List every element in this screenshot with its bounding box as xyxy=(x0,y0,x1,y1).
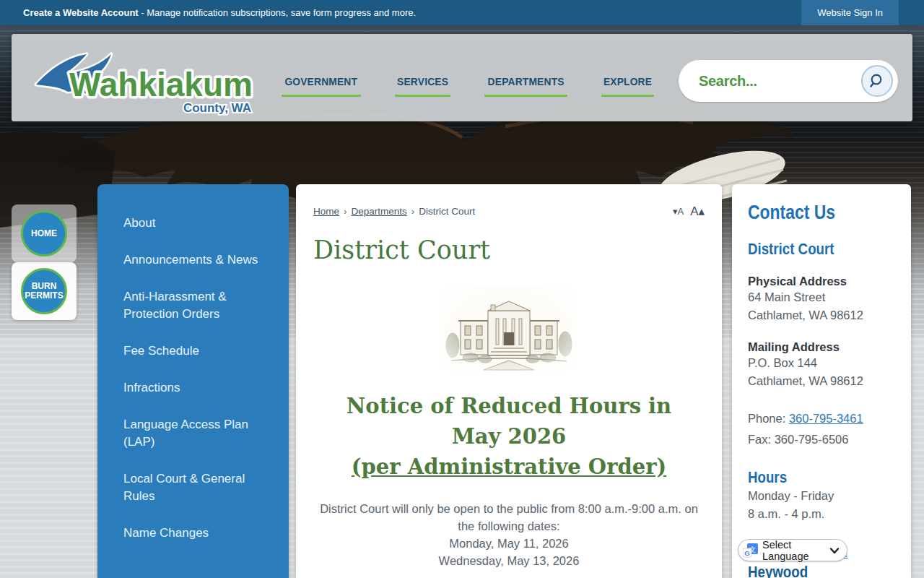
sidebar-item-fee-schedule[interactable]: Fee Schedule xyxy=(123,342,271,360)
main-content-panel: Home›Departments›District Court ▾A A▴ Di… xyxy=(296,184,722,578)
quick-link-card-home: HOME xyxy=(12,204,77,262)
judge-surname-heading: Heywood xyxy=(748,563,808,578)
sidebar-item-name-changes[interactable]: Name Changes xyxy=(123,525,271,542)
google-translate-icon: 文 G xyxy=(743,543,758,558)
create-account-label: Create a Website Account xyxy=(23,7,139,18)
contact-panel: Contact Us District Court Physical Addre… xyxy=(732,184,911,578)
physical-address-label: Physical Address xyxy=(748,275,911,288)
font-size-controls: ▾A A▴ xyxy=(673,204,705,219)
svg-text:G: G xyxy=(744,548,749,556)
notice-body: District Court will only be open to the … xyxy=(296,500,722,569)
nav-services[interactable]: SERVICES xyxy=(395,75,450,97)
breadcrumb-separator: › xyxy=(344,206,347,217)
nav-government[interactable]: GOVERNMENT xyxy=(282,75,361,97)
notice-heading: Notice of Reduced Hours in May 2026 (per… xyxy=(296,391,722,482)
fax-row: Fax: 360-795-6506 xyxy=(748,431,911,449)
phone-label: Phone: xyxy=(748,412,789,425)
mailing-address-label: Mailing Address xyxy=(748,340,911,354)
home-circle-button[interactable]: HOME xyxy=(21,210,67,256)
utility-bar: Create a Website Account - Manage notifi… xyxy=(0,0,924,25)
hours-line: Monday - Friday xyxy=(748,487,911,505)
account-benefits-text: - Manage notification subscriptions, sav… xyxy=(139,7,416,18)
burn-permits-circle-button[interactable]: BURN PERMITS xyxy=(21,268,67,314)
section-menu: About Announcements & News Anti-Harassme… xyxy=(97,184,289,578)
sidebar-item-anti-harassment[interactable]: Anti-Harassment & Protection Orders xyxy=(123,288,271,323)
breadcrumb-current: District Court xyxy=(419,206,475,217)
chevron-down-icon xyxy=(829,546,840,555)
phone-row: Phone: 360-795-3461 xyxy=(748,410,911,428)
sidebar-item-announcements-news[interactable]: Announcements & News xyxy=(123,251,271,269)
site-header: Wahkiakum County, WA GOVERNMENT SERVICES… xyxy=(12,34,912,121)
notice-line-1: Notice of Reduced Hours in xyxy=(296,391,722,421)
body-line: Wednesday, May 13, 2026 xyxy=(296,552,722,569)
hours-line: 8 a.m. - 4 p.m. xyxy=(748,505,911,523)
website-sign-in-button[interactable]: Website Sign In xyxy=(801,0,899,25)
select-language-label: Select Language xyxy=(762,539,829,562)
physical-address-line: Cathlamet, WA 98612 xyxy=(748,306,911,324)
logo-wordmark: Wahkiakum xyxy=(69,66,253,103)
body-line: the following dates: xyxy=(296,517,722,535)
mailing-address-line: Cathlamet, WA 98612 xyxy=(748,372,911,390)
breadcrumb-home-link[interactable]: Home xyxy=(313,206,339,217)
administrative-order-link[interactable]: (per Administrative Order) xyxy=(352,454,666,479)
quick-link-card-burn-permits: BURN PERMITS xyxy=(12,262,77,320)
county-logo[interactable]: Wahkiakum County, WA xyxy=(26,37,264,121)
decrease-font-button[interactable]: ▾A xyxy=(673,206,684,217)
nav-explore[interactable]: EXPLORE xyxy=(601,75,654,97)
breadcrumb-separator: › xyxy=(411,206,415,217)
sidebar-item-local-court-rules[interactable]: Local Court & General Rules xyxy=(123,470,271,505)
mailing-address-line: P.O. Box 144 xyxy=(748,354,911,372)
physical-address-line: 64 Main Street xyxy=(748,288,911,306)
nav-departments[interactable]: DEPARTMENTS xyxy=(484,75,567,97)
body-line: District Court will only be open to the … xyxy=(296,500,722,517)
breadcrumb-departments-link[interactable]: Departments xyxy=(352,206,407,217)
contact-us-heading: Contact Us xyxy=(748,202,835,224)
sidebar-item-language-access-plan[interactable]: Language Access Plan (LAP) xyxy=(123,416,271,451)
logo-tagline: County, WA xyxy=(183,101,251,115)
courthouse-sketch-image xyxy=(440,285,578,372)
select-language-dropdown[interactable]: 文 G Select Language xyxy=(738,539,847,561)
search-box xyxy=(679,60,898,102)
body-line: Monday, May 11, 2026 xyxy=(296,535,722,552)
search-button[interactable] xyxy=(861,65,893,97)
sidebar-item-infractions[interactable]: Infractions xyxy=(123,379,271,397)
contact-department-heading: District Court xyxy=(748,240,834,259)
increase-font-button[interactable]: A▴ xyxy=(690,204,705,219)
notice-line-2: May 2026 xyxy=(296,421,722,452)
hours-heading: Hours xyxy=(748,468,787,487)
sidebar-item-about[interactable]: About xyxy=(123,215,271,232)
page-title: District Court xyxy=(313,236,722,264)
phone-link[interactable]: 360-795-3461 xyxy=(789,412,863,425)
create-account-link[interactable]: Create a Website Account - Manage notifi… xyxy=(23,7,416,18)
search-input[interactable] xyxy=(699,66,850,96)
breadcrumb: Home›Departments›District Court xyxy=(313,206,475,217)
search-icon xyxy=(869,73,885,89)
